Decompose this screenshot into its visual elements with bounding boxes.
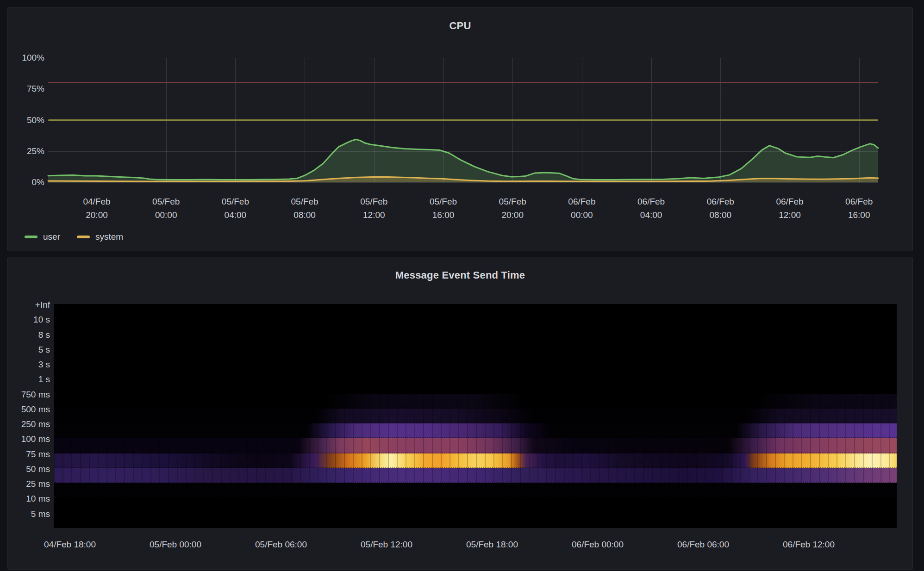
heatmap-row-25ms: [54, 483, 897, 498]
cpu-h-gridline: [48, 89, 878, 89]
heatmap-row-1s: [54, 379, 897, 393]
legend-item-system[interactable]: system: [77, 232, 123, 242]
cpu-x-tick-label: 06/Feb08:00: [686, 195, 755, 222]
cpu-y-tick-label: 0%: [8, 177, 44, 188]
cpu-x-tick-label: 04/Feb20:00: [62, 195, 131, 222]
heatmap-x-tick-label: 06/Feb 00:00: [547, 540, 649, 550]
cpu-x-tick-label: 06/Feb04:00: [617, 195, 686, 222]
cpu-x-tick-label: 06/Feb16:00: [824, 195, 894, 222]
cpu-y-tick-label: 50%: [8, 115, 44, 126]
heatmap-y-tick-label: 5 s: [8, 345, 50, 355]
heatmap-x-tick-label: 05/Feb 06:00: [230, 540, 332, 550]
heatmap-row-250ms: [54, 423, 897, 438]
heatmap-y-tick-label: 50 ms: [8, 464, 50, 474]
threshold-line-50: [48, 119, 878, 121]
heatmap-x-tick-label: 05/Feb 00:00: [125, 540, 226, 550]
heatmap-row-5s: [54, 349, 897, 364]
panel-title-cpu: CPU: [8, 20, 912, 32]
cpu-chart-area[interactable]: [48, 58, 878, 182]
heatmap-y-tick-label: 250 ms: [8, 419, 50, 429]
grafana-dashboard: { "page": { "background": "#111217", "pa…: [0, 0, 924, 571]
cpu-y-tick-label: 100%: [8, 52, 44, 63]
legend-swatch-user-icon: [25, 236, 37, 238]
heatmap-y-tick-label: 8 s: [8, 330, 50, 340]
legend-swatch-system-icon: [77, 236, 90, 238]
cpu-x-tick-label: 05/Feb00:00: [131, 195, 201, 222]
threshold-line-80: [48, 82, 878, 83]
heatmap-y-tick-label: 25 ms: [8, 479, 50, 489]
legend-item-user[interactable]: user: [25, 232, 60, 242]
cpu-x-tick-label: 06/Feb12:00: [755, 195, 824, 222]
heatmap-row-10s: [54, 319, 897, 334]
cpu-x-tick-label: 05/Feb16:00: [409, 195, 478, 222]
heatmap-x-tick-label: 06/Feb 06:00: [652, 540, 754, 550]
legend-label-system: system: [95, 232, 123, 242]
heatmap-y-tick-label: 100 ms: [8, 434, 50, 444]
cpu-y-tick-label: 25%: [8, 146, 44, 157]
cpu-h-gridline: [48, 58, 878, 58]
panel-title-heatmap: Message Event Send Time: [8, 269, 912, 281]
cpu-x-tick-label: 05/Feb08:00: [270, 195, 339, 222]
heatmap-panel: Message Event Send Time +Inf10 s8 s5 s3 …: [7, 257, 913, 570]
heatmap-y-tick-label: 750 ms: [8, 390, 50, 400]
heatmap-y-tick-label: 75 ms: [8, 449, 50, 459]
cpu-panel: CPU 100%75%50%25%0% 04/Feb20:0005/Feb00:…: [7, 7, 913, 251]
heatmap-row-8s: [54, 334, 897, 349]
cpu-h-gridline: [48, 182, 878, 183]
heatmap-y-tick-label: 10 s: [8, 315, 50, 325]
heatmap-row-100ms: [54, 438, 897, 453]
heatmap-x-tick-label: 05/Feb 12:00: [336, 540, 437, 550]
heatmap-y-tick-label: 1 s: [8, 374, 50, 385]
cpu-x-tick-label: 05/Feb04:00: [200, 195, 270, 222]
heatmap-y-tick-label: 500 ms: [8, 404, 50, 415]
heatmap-y-tick-label: 5 ms: [8, 509, 50, 519]
cpu-x-tick-label: 05/Feb12:00: [339, 195, 409, 222]
heatmap-row-inf: [54, 304, 897, 319]
heatmap-y-tick-label: 3 s: [8, 360, 50, 370]
heatmap-row-750ms: [54, 394, 897, 409]
cpu-x-tick-label: 05/Feb20:00: [478, 195, 547, 222]
legend-label-user: user: [43, 232, 60, 242]
cpu-y-tick-label: 75%: [8, 83, 44, 94]
heatmap-x-tick-label: 05/Feb 18:00: [441, 540, 543, 550]
heatmap-row-50ms: [54, 468, 897, 483]
heatmap-row-3s: [54, 364, 897, 379]
cpu-legend: usersystem: [25, 232, 123, 242]
heatmap-row-75ms: [54, 453, 897, 468]
heatmap-row-500ms: [54, 409, 897, 423]
heatmap-x-tick-label: 06/Feb 12:00: [758, 540, 860, 550]
heatmap-y-tick-label: 10 ms: [8, 494, 50, 504]
cpu-h-gridline: [48, 151, 878, 152]
heatmap-plot[interactable]: [54, 304, 897, 528]
heatmap-row-10ms: [54, 498, 897, 513]
heatmap-y-tick-label: +Inf: [8, 300, 50, 310]
heatmap-x-tick-label: 04/Feb 18:00: [19, 540, 121, 550]
cpu-x-tick-label: 06/Feb00:00: [547, 195, 617, 222]
heatmap-row-5ms: [54, 513, 897, 528]
